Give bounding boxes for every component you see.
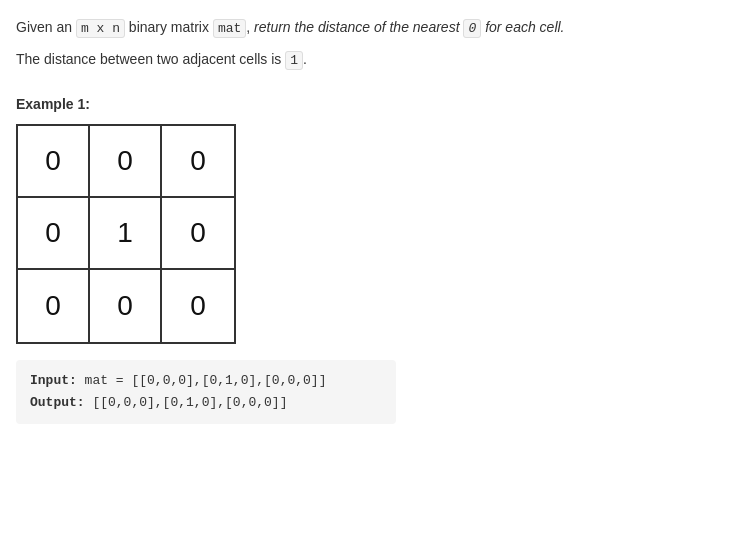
- matrix-cell-1-0: 0: [18, 198, 90, 270]
- output-label: Output:: [30, 395, 85, 410]
- code-mat: mat: [213, 19, 246, 38]
- matrix-row: 010: [18, 198, 234, 270]
- matrix-cell-1-1: 1: [90, 198, 162, 270]
- matrix-cell-0-0: 0: [18, 126, 90, 198]
- output-value: [[0,0,0],[0,1,0],[0,0,0]]: [85, 395, 288, 410]
- desc-italic-1: return the distance of the nearest 0 for…: [254, 19, 564, 35]
- input-label: Input:: [30, 373, 77, 388]
- matrix-cell-2-0: 0: [18, 270, 90, 342]
- matrix-cell-2-2: 0: [162, 270, 234, 342]
- matrix-cell-0-1: 0: [90, 126, 162, 198]
- matrix-cell-2-1: 0: [90, 270, 162, 342]
- matrix-row: 000: [18, 270, 234, 342]
- matrix-cell-1-2: 0: [162, 198, 234, 270]
- matrix-row: 000: [18, 126, 234, 198]
- code-one: 1: [285, 51, 303, 70]
- code-mxn: m x n: [76, 19, 125, 38]
- input-value: mat = [[0,0,0],[0,1,0],[0,0,0]]: [77, 373, 327, 388]
- example-label: Example 1:: [16, 96, 717, 112]
- desc-period: .: [303, 51, 307, 67]
- code-zero: 0: [463, 19, 481, 38]
- matrix-container: 000010000: [16, 124, 236, 344]
- desc-text-mid: binary matrix: [125, 19, 213, 35]
- input-line: Input: mat = [[0,0,0],[0,1,0],[0,0,0]]: [30, 370, 382, 392]
- io-box: Input: mat = [[0,0,0],[0,1,0],[0,0,0]] O…: [16, 360, 396, 424]
- desc-text-prefix: Given an: [16, 19, 76, 35]
- problem-description: Given an m x n binary matrix mat, return…: [16, 16, 717, 72]
- output-line: Output: [[0,0,0],[0,1,0],[0,0,0]]: [30, 392, 382, 414]
- desc-text-comma: ,: [246, 19, 254, 35]
- matrix-cell-0-2: 0: [162, 126, 234, 198]
- desc-distance-prefix: The distance between two adjacent cells …: [16, 51, 285, 67]
